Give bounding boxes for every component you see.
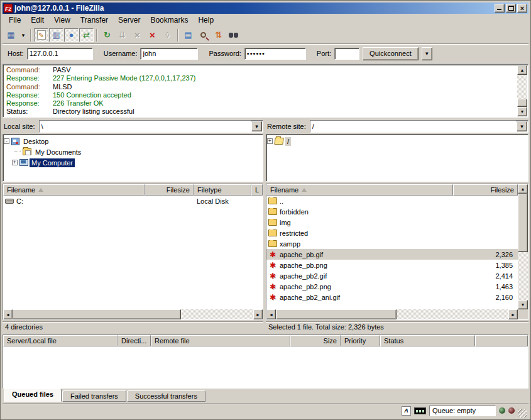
column-header-size[interactable]: Size (290, 335, 341, 346)
tree-item-desktop[interactable]: - Desktop (4, 136, 262, 146)
scroll-up-button[interactable]: ▲ (517, 65, 527, 75)
scroll-track[interactable] (276, 309, 508, 319)
minimize-button[interactable] (495, 4, 505, 13)
column-header-filename[interactable]: Filename (3, 184, 145, 196)
column-header-priority[interactable]: Priority (341, 335, 380, 346)
site-manager-dropdown-button[interactable]: ▾ (19, 28, 28, 42)
filter-button[interactable]: ▤ (181, 28, 195, 42)
scroll-thumb[interactable] (276, 309, 397, 319)
tree-item-my-documents[interactable]: My Documents (4, 146, 262, 157)
toggle-transfer-queue-button[interactable]: ⇄ (79, 28, 94, 42)
expand-icon[interactable]: + (267, 138, 273, 144)
maximize-button[interactable] (506, 4, 516, 13)
menu-server[interactable]: Server (113, 14, 145, 26)
filezilla-window: Fz john@127.0.0.1 - FileZilla × File Edi… (0, 0, 531, 420)
toggle-message-log-button[interactable]: ✎ (34, 28, 48, 42)
local-horizontal-scrollbar[interactable]: ◄ ► (3, 309, 263, 319)
log-line: Status:Directory listing successful (6, 108, 515, 116)
scroll-thumb[interactable] (517, 99, 527, 107)
process-queue-button[interactable]: ⇊ (115, 28, 129, 42)
site-manager-button[interactable]: ▦ (4, 28, 18, 42)
tree-item-my-computer[interactable]: + My Computer (4, 157, 262, 168)
remote-horizontal-scrollbar[interactable]: ◄ ► (266, 309, 518, 319)
scroll-track[interactable] (518, 194, 528, 300)
scroll-thumb[interactable] (13, 309, 181, 319)
menu-edit[interactable]: Edit (26, 14, 49, 26)
column-header-status[interactable]: Status (380, 335, 475, 346)
collapse-icon[interactable]: - (4, 138, 9, 144)
tab-failed-transfers[interactable]: Failed transfers (62, 390, 126, 402)
scroll-thumb[interactable] (518, 194, 528, 252)
menu-transfer[interactable]: Transfer (75, 14, 113, 26)
file-row[interactable]: ✱apache_pb2.png1,463 (266, 281, 518, 292)
transfer-type-icon[interactable]: A (402, 406, 411, 416)
menu-view[interactable]: View (49, 14, 75, 26)
refresh-button[interactable]: ↻ (100, 28, 114, 42)
file-row[interactable]: ✱apache_pb2.gif2,414 (266, 270, 518, 281)
filezilla-logo-icon: Fz (4, 4, 13, 13)
password-label: Password: (209, 50, 241, 57)
scroll-down-button[interactable]: ▼ (518, 300, 528, 309)
speed-limit-icon[interactable] (414, 407, 426, 414)
file-row[interactable]: xampp (266, 238, 518, 249)
toggle-remote-tree-button[interactable]: ● (64, 28, 79, 42)
directory-comparison-button[interactable] (196, 28, 211, 42)
column-header-remote-file[interactable]: Remote file (151, 335, 290, 346)
menu-bookmarks[interactable]: Bookmarks (145, 14, 193, 26)
password-input[interactable] (244, 48, 306, 60)
column-header-filename[interactable]: Filename (266, 184, 453, 196)
column-header-filesize[interactable]: Filesize (145, 184, 194, 196)
scroll-up-icon: ▲ (520, 68, 525, 72)
scroll-track[interactable] (13, 309, 253, 319)
tree-item-root[interactable]: + / (267, 136, 527, 146)
scroll-right-button[interactable]: ► (253, 309, 263, 319)
remote-list-header: Filename Filesize (266, 184, 518, 196)
scroll-left-button[interactable]: ◄ (266, 309, 276, 319)
file-row[interactable]: .. (266, 196, 518, 206)
quickconnect-button[interactable]: Quickconnect (363, 47, 419, 60)
sync-browsing-button[interactable]: ⇅ (211, 28, 226, 42)
toggle-local-tree-button[interactable]: ▥ (49, 28, 63, 42)
remote-site-input[interactable] (310, 121, 516, 132)
disconnect-button[interactable]: × (145, 28, 160, 42)
column-header-filetype[interactable]: Filetype (194, 184, 251, 196)
scroll-left-button[interactable]: ◄ (3, 309, 13, 319)
close-button[interactable]: × (517, 4, 527, 13)
file-row[interactable]: ✱apache_pb.png1,385 (266, 260, 518, 270)
menu-file[interactable]: File (4, 14, 26, 26)
tab-successful-transfers[interactable]: Successful transfers (127, 390, 205, 402)
remote-vertical-scrollbar[interactable]: ▲ ▼ (518, 184, 528, 319)
local-tree: - Desktop My Documents + My Computer (3, 134, 263, 182)
column-header-filesize[interactable]: Filesize (453, 184, 518, 196)
column-header-server-local-file[interactable]: Server/Local file (3, 335, 118, 346)
column-label: Status (384, 337, 403, 345)
host-input[interactable] (27, 48, 93, 60)
scroll-down-button[interactable]: ▼ (517, 107, 527, 116)
reconnect-button[interactable]: ◊ (160, 28, 175, 42)
remote-site-dropdown-button[interactable]: ▾ (517, 121, 527, 131)
username-input[interactable] (140, 48, 198, 60)
file-row-selected[interactable]: ✱apache_pb.gif2,326 (266, 249, 518, 260)
quickconnect-dropdown-button[interactable]: ▾ (422, 47, 432, 60)
scroll-up-button[interactable]: ▲ (518, 184, 528, 194)
scroll-right-button[interactable]: ► (508, 309, 518, 319)
file-row[interactable]: restricted (266, 228, 518, 238)
file-row[interactable]: img (266, 217, 518, 228)
column-header-direction[interactable]: Directi... (118, 335, 151, 346)
port-input[interactable] (334, 48, 359, 60)
menu-help[interactable]: Help (193, 14, 219, 26)
file-row-c-drive[interactable]: C: Local Disk (3, 196, 263, 206)
tab-queued-files[interactable]: Queued files (4, 389, 62, 402)
expand-icon[interactable]: + (12, 160, 18, 165)
remote-tree: + / (266, 134, 528, 182)
column-header-last-modified[interactable]: L (251, 184, 263, 196)
cancel-button[interactable]: × (130, 28, 145, 42)
local-site-dropdown-button[interactable]: ▾ (251, 121, 262, 131)
search-button[interactable] (226, 28, 241, 42)
file-row[interactable]: forbidden (266, 206, 518, 217)
local-site-input[interactable] (40, 121, 251, 132)
scroll-track[interactable] (517, 75, 527, 107)
file-row[interactable]: ✱apache_pb2_ani.gif2,160 (266, 292, 518, 302)
log-scrollbar[interactable]: ▲ ▼ (517, 65, 527, 116)
resize-grip[interactable] (518, 409, 527, 417)
